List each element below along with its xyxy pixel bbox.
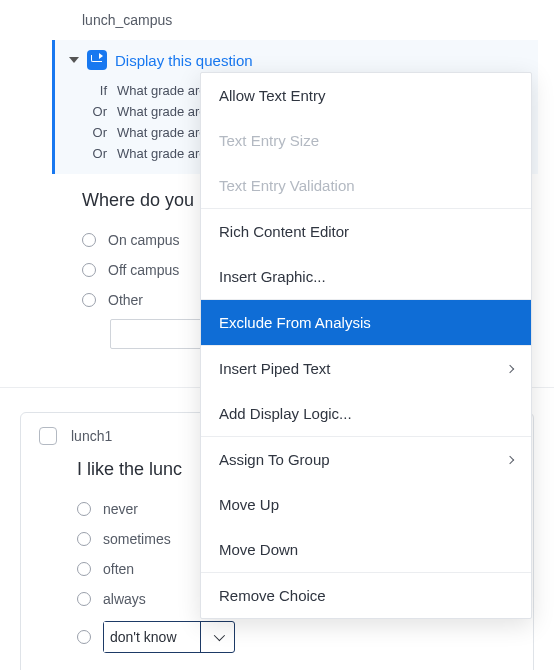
- radio-icon: [82, 293, 96, 307]
- condition-op: If: [89, 83, 107, 98]
- menu-item[interactable]: Move Down: [201, 527, 531, 572]
- radio-icon: [77, 532, 91, 546]
- menu-item[interactable]: Add Display Logic...: [201, 391, 531, 436]
- condition-op: Or: [89, 146, 107, 161]
- choice-label: On campus: [108, 232, 180, 248]
- choice-label: never: [103, 501, 138, 517]
- choice-label: sometimes: [103, 531, 171, 547]
- menu-item[interactable]: Insert Graphic...: [201, 254, 531, 299]
- radio-icon: [82, 233, 96, 247]
- chevron-right-icon: [506, 455, 514, 463]
- menu-item-label: Allow Text Entry: [219, 87, 325, 104]
- menu-item-label: Move Up: [219, 496, 279, 513]
- display-logic-title: Display this question: [115, 52, 253, 69]
- menu-item-label: Rich Content Editor: [219, 223, 349, 240]
- menu-item-label: Insert Graphic...: [219, 268, 326, 285]
- chevron-down-icon: [213, 630, 224, 641]
- radio-icon: [82, 263, 96, 277]
- menu-item-label: Assign To Group: [219, 451, 330, 468]
- menu-item: Text Entry Size: [201, 118, 531, 163]
- display-logic-header[interactable]: Display this question: [69, 50, 538, 70]
- choice-label: always: [103, 591, 146, 607]
- choice-label: often: [103, 561, 134, 577]
- choice-edit-input[interactable]: [104, 622, 200, 652]
- menu-item[interactable]: Assign To Group: [201, 437, 531, 482]
- menu-item-label: Exclude From Analysis: [219, 314, 371, 331]
- menu-item[interactable]: Allow Text Entry: [201, 73, 531, 118]
- condition-op: Or: [89, 104, 107, 119]
- question-id-b: lunch1: [71, 428, 112, 444]
- menu-item[interactable]: Move Up: [201, 482, 531, 527]
- menu-item: Text Entry Validation: [201, 163, 531, 208]
- choice-label: Off campus: [108, 262, 179, 278]
- menu-item-label: Text Entry Validation: [219, 177, 355, 194]
- choice-label: Other: [108, 292, 143, 308]
- menu-item-label: Remove Choice: [219, 587, 326, 604]
- radio-icon: [77, 592, 91, 606]
- choice-context-menu: Allow Text EntryText Entry SizeText Entr…: [200, 72, 532, 619]
- radio-icon: [77, 562, 91, 576]
- condition-op: Or: [89, 125, 107, 140]
- chevron-right-icon: [506, 364, 514, 372]
- choice-options-dropdown[interactable]: [200, 622, 234, 652]
- radio-icon: [77, 502, 91, 516]
- display-logic-icon: [87, 50, 107, 70]
- menu-item[interactable]: Exclude From Analysis: [201, 300, 531, 345]
- menu-item[interactable]: Remove Choice: [201, 573, 531, 618]
- menu-item-label: Add Display Logic...: [219, 405, 352, 422]
- editing-choice-box: [103, 621, 235, 653]
- radio-icon: [77, 630, 91, 644]
- menu-item-label: Move Down: [219, 541, 298, 558]
- choice-row-editing[interactable]: [77, 614, 519, 660]
- select-question-checkbox[interactable]: [39, 427, 57, 445]
- question-id-a: lunch_campus: [82, 12, 538, 28]
- caret-down-icon: [69, 57, 79, 63]
- menu-item-label: Text Entry Size: [219, 132, 319, 149]
- menu-item[interactable]: Rich Content Editor: [201, 209, 531, 254]
- menu-item[interactable]: Insert Piped Text: [201, 346, 531, 391]
- menu-item-label: Insert Piped Text: [219, 360, 330, 377]
